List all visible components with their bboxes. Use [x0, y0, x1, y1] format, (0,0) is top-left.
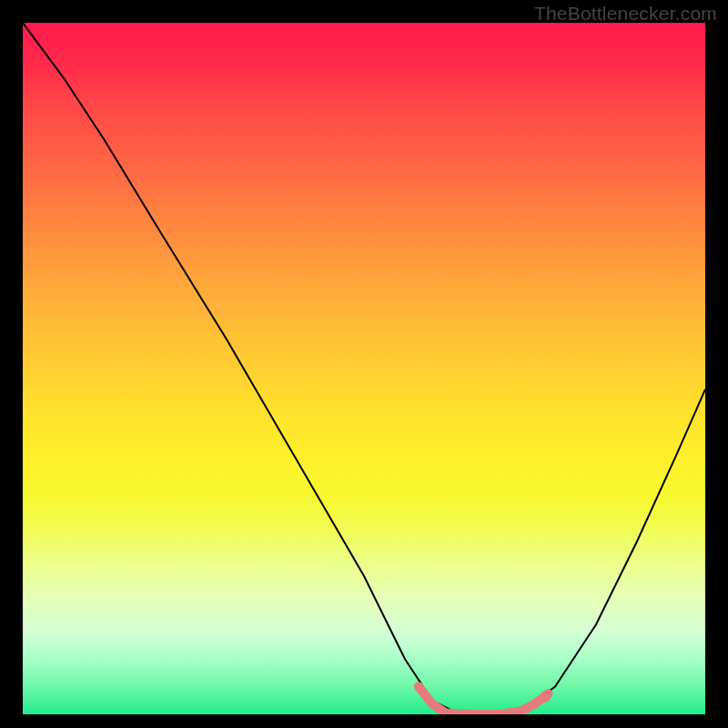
chart-container: TheBottlenecker.com	[0, 0, 728, 728]
highlight-segment	[419, 687, 549, 714]
plot-area	[23, 23, 705, 714]
marker-dot	[540, 692, 551, 703]
bottleneck-curve	[23, 23, 705, 714]
chart-svg	[23, 23, 705, 714]
markers-group	[414, 682, 551, 703]
marker-dot	[414, 682, 423, 692]
watermark-text: TheBottlenecker.com	[534, 3, 717, 25]
